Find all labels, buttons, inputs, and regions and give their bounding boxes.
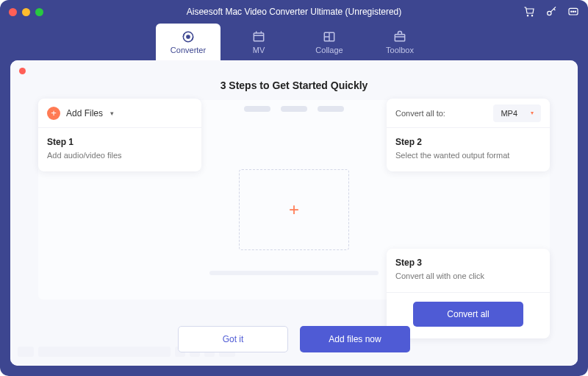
add-files-now-button[interactable]: Add files now	[300, 326, 410, 352]
dropzone[interactable]: +	[239, 169, 349, 250]
tab-label: MV	[253, 46, 265, 54]
svg-point-8	[187, 35, 190, 38]
add-files-label: Add Files	[66, 108, 103, 118]
svg-point-5	[573, 11, 573, 12]
svg-point-6	[575, 11, 576, 12]
chevron-down-icon: ▾	[531, 110, 534, 116]
window-controls	[9, 8, 43, 16]
close-icon[interactable]	[19, 68, 26, 74]
step1-title: Step 1	[47, 137, 193, 147]
background-tabs-placeholder	[244, 106, 344, 112]
minimize-window-button[interactable]	[22, 8, 30, 16]
content-area: 3 Steps to Get Started Quickly + + Add F…	[10, 60, 578, 366]
step3-desc: Convert all with one click	[395, 272, 541, 280]
cart-icon[interactable]	[523, 6, 535, 18]
tab-converter[interactable]: Converter	[156, 24, 220, 60]
add-files-button[interactable]: + Add Files ▾	[38, 99, 201, 128]
output-format-select[interactable]: MP4 ▾	[493, 104, 541, 122]
tab-collage[interactable]: Collage	[297, 24, 362, 60]
convert-all-button[interactable]: Convert all	[413, 302, 523, 327]
step1-card: + Add Files ▾ Step 1 Add audio/video fil…	[38, 99, 201, 171]
svg-rect-11	[395, 35, 404, 41]
got-it-button[interactable]: Got it	[178, 326, 288, 352]
feedback-icon[interactable]	[567, 6, 579, 18]
tab-label: Converter	[171, 46, 206, 54]
step3-card: Step 3 Convert all with one click Conver…	[387, 249, 550, 338]
mv-icon	[251, 29, 266, 44]
progress-placeholder	[209, 271, 379, 275]
titlebar-actions	[523, 6, 579, 18]
tab-toolbox[interactable]: Toolbox	[368, 24, 432, 60]
titlebar: Aiseesoft Mac Video Converter Ultimate (…	[0, 0, 588, 24]
svg-rect-9	[254, 33, 263, 41]
collage-icon	[322, 29, 337, 44]
app-window: Aiseesoft Mac Video Converter Ultimate (…	[0, 0, 588, 376]
step2-card: Convert all to: MP4 ▾ Step 2 Select the …	[387, 99, 550, 171]
onboarding-modal: 3 Steps to Get Started Quickly + + Add F…	[10, 60, 578, 366]
toolbox-icon	[392, 29, 407, 44]
onboarding-footer: Got it Add files now	[178, 326, 410, 352]
tab-label: Toolbox	[386, 46, 414, 54]
tab-label: Collage	[315, 46, 343, 54]
zoom-window-button[interactable]	[35, 8, 43, 16]
svg-point-0	[527, 15, 528, 16]
converter-icon	[181, 29, 196, 44]
step2-title: Step 2	[395, 137, 541, 147]
step1-desc: Add audio/video files	[47, 151, 193, 160]
onboarding-title: 3 Steps to Get Started Quickly	[10, 60, 578, 91]
convert-to-label: Convert all to:	[395, 109, 445, 118]
chevron-down-icon: ▾	[110, 110, 114, 117]
add-icon: +	[47, 107, 60, 120]
window-title: Aiseesoft Mac Video Converter Ultimate (…	[187, 7, 402, 17]
step3-title: Step 3	[395, 258, 541, 268]
output-format-value: MP4	[501, 109, 517, 118]
step2-desc: Select the wanted output format	[395, 151, 541, 160]
svg-point-1	[531, 15, 532, 16]
close-window-button[interactable]	[9, 8, 17, 16]
tab-mv[interactable]: MV	[226, 24, 291, 60]
key-icon[interactable]	[545, 6, 557, 18]
plus-icon: +	[289, 199, 299, 220]
svg-point-4	[571, 11, 572, 12]
